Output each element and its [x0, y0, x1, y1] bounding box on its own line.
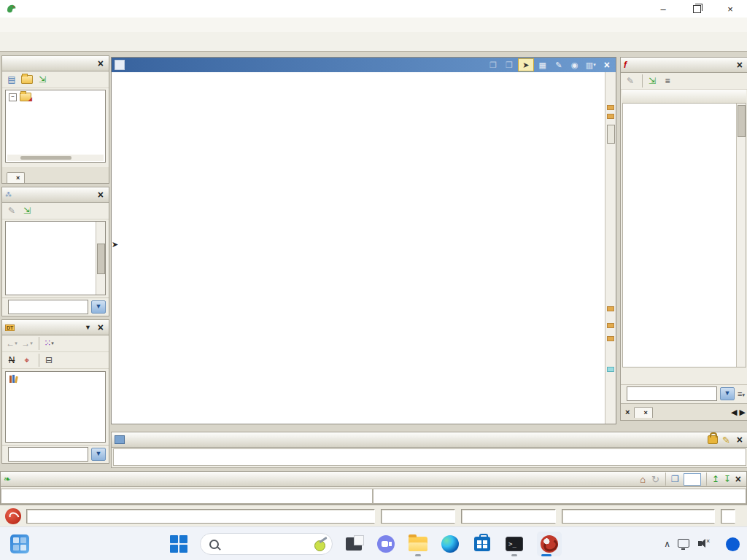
status-bar [0, 505, 747, 527]
bookmark-marker [607, 306, 614, 311]
tab-scroll-left-icon[interactable]: ◀ [731, 408, 737, 417]
edit-function-icon[interactable]: ✎ [624, 75, 637, 87]
call-tree-icon: ❧ [4, 474, 11, 484]
notification-badge[interactable] [726, 537, 740, 551]
search-box[interactable] [200, 533, 333, 555]
snapshot-icon[interactable]: ◉ [568, 59, 582, 71]
functions-table[interactable] [622, 103, 746, 368]
cursor-location-icon[interactable]: ➤ [518, 58, 534, 71]
volume-mute-icon[interactable] [698, 539, 711, 549]
copy-icon[interactable]: ❐ [486, 59, 500, 71]
close-icon[interactable]: × [601, 59, 613, 71]
filter-window-icon[interactable]: ❐ [671, 474, 679, 484]
goto-icon[interactable]: ⇲ [36, 74, 49, 85]
tab-scroll-right-icon[interactable]: ▶ [738, 408, 747, 417]
tray-chevron-icon[interactable]: ∧ [664, 539, 670, 549]
hide-pointers-icon[interactable]: ⌖ [20, 354, 34, 366]
back-icon[interactable]: ←▾ [5, 338, 18, 349]
goto-symbol-icon[interactable]: ⇲ [20, 205, 34, 217]
console-output[interactable] [113, 448, 746, 466]
filter-options-icon[interactable]: ▼ [91, 448, 106, 461]
status-extra-field [721, 509, 735, 524]
ghidra-status-icon[interactable] [5, 508, 21, 524]
lock-icon[interactable] [708, 435, 718, 444]
symbol-filter-input[interactable] [8, 300, 88, 314]
close-tab-icon[interactable]: × [621, 408, 634, 416]
functions-filter-input[interactable] [627, 386, 717, 401]
network-tray-icon[interactable] [678, 539, 691, 549]
listing-options-icon[interactable]: ▥▾ [584, 59, 598, 71]
collapse-all-icon[interactable]: ⊟ [42, 354, 55, 366]
ghidra-taskbar-icon[interactable] [535, 532, 563, 556]
splitter-arrow-icon[interactable]: ➤ [112, 240, 118, 249]
program-trees-header[interactable]: × [2, 56, 109, 71]
edge-browser-icon[interactable] [439, 532, 461, 556]
widgets-icon[interactable] [10, 534, 29, 553]
edit-disabled-icon[interactable]: ✎ [5, 205, 18, 217]
terminal-icon[interactable]: >_ [503, 532, 525, 556]
tree-root-row[interactable]: − ◢ [6, 90, 105, 104]
program-tree: − ◢ [5, 90, 106, 163]
filter-options-icon[interactable]: ▼ [91, 300, 106, 314]
refresh-icon[interactable]: ↻ [651, 474, 659, 485]
functions-column-headers[interactable] [622, 90, 746, 104]
table-settings-icon[interactable]: ≡▾ [738, 389, 745, 398]
expand-incoming-icon[interactable]: ↥ [712, 474, 719, 484]
incoming-calls-pane[interactable] [1, 489, 373, 504]
status-address-field [381, 509, 455, 524]
open-folder-icon[interactable] [20, 74, 34, 85]
forward-icon[interactable]: →▾ [20, 338, 34, 349]
data-type-manager-header[interactable]: DT ▼ × [2, 320, 109, 335]
depth-count-field[interactable] [684, 473, 701, 486]
file-explorer-icon[interactable] [407, 532, 429, 556]
functions-header[interactable]: f × [621, 58, 747, 73]
chat-app-icon[interactable] [375, 532, 397, 556]
close-icon[interactable]: × [96, 58, 106, 69]
bookmark-marker [607, 336, 614, 341]
close-icon[interactable]: × [735, 434, 745, 446]
close-icon[interactable]: × [643, 409, 647, 416]
call-trees-header[interactable]: ❧ ⌂ ↻ ❐ ↥ ↧ × [1, 472, 746, 487]
close-icon[interactable]: × [96, 322, 106, 333]
toggle-fields-icon[interactable]: ▦ [535, 59, 550, 71]
filter-options-icon[interactable]: ▼ [720, 387, 735, 400]
console-header[interactable]: ✎ × [112, 432, 747, 448]
taskbar: >_ ∧ [0, 526, 747, 560]
select-columns-icon[interactable]: ≡ [661, 75, 674, 87]
task-view-button[interactable] [343, 532, 365, 556]
edit-fields-icon[interactable]: ✎ [551, 59, 566, 71]
close-icon[interactable]: × [733, 473, 743, 485]
close-icon[interactable]: × [96, 189, 106, 201]
program-tree-hscrollbar[interactable] [7, 155, 104, 161]
home-icon[interactable]: ⌂ [640, 474, 646, 485]
tab-external-programs[interactable]: × [634, 407, 652, 418]
symbol-tree-header[interactable]: ⁂ × [2, 187, 109, 203]
conflict-mode-icon[interactable]: ⁙▾ [42, 338, 55, 349]
call-trees-panel: ❧ ⌂ ↻ ❐ ↥ ↧ × [0, 471, 747, 505]
outgoing-calls-pane[interactable] [373, 489, 746, 504]
listing-header[interactable]: ❐ ❒ ➤ ▦ ✎ ◉ ▥▾ × [112, 58, 616, 72]
close-icon[interactable]: × [16, 174, 20, 182]
minimize-button[interactable]: – [646, 0, 680, 18]
chevron-down-icon[interactable]: ▼ [82, 324, 94, 331]
expand-outgoing-icon[interactable]: ↧ [724, 474, 731, 484]
search-highlight-icon [314, 537, 328, 551]
tab-program-tree[interactable]: × [7, 172, 25, 183]
clear-console-icon[interactable]: ✎ [722, 435, 730, 446]
restore-button[interactable] [680, 0, 713, 18]
functions-vscrollbar[interactable] [736, 104, 746, 367]
datatype-filter-input[interactable] [8, 447, 88, 462]
close-button[interactable]: × [713, 0, 747, 18]
collapse-icon[interactable]: − [9, 93, 17, 101]
listing-body[interactable] [112, 72, 616, 424]
hide-names-icon[interactable]: N [5, 354, 18, 366]
symbol-tree-tree [5, 221, 106, 295]
close-icon[interactable]: × [735, 59, 745, 71]
goto-function-icon[interactable]: ⇲ [646, 75, 659, 87]
paste-icon[interactable]: ❒ [502, 59, 516, 71]
microsoft-store-icon[interactable] [471, 532, 493, 556]
new-tree-icon[interactable]: ▤ [5, 74, 18, 85]
data-types-root-row[interactable] [6, 372, 105, 385]
start-button[interactable] [168, 532, 190, 556]
symbol-tree-vscrollbar[interactable] [96, 222, 105, 295]
